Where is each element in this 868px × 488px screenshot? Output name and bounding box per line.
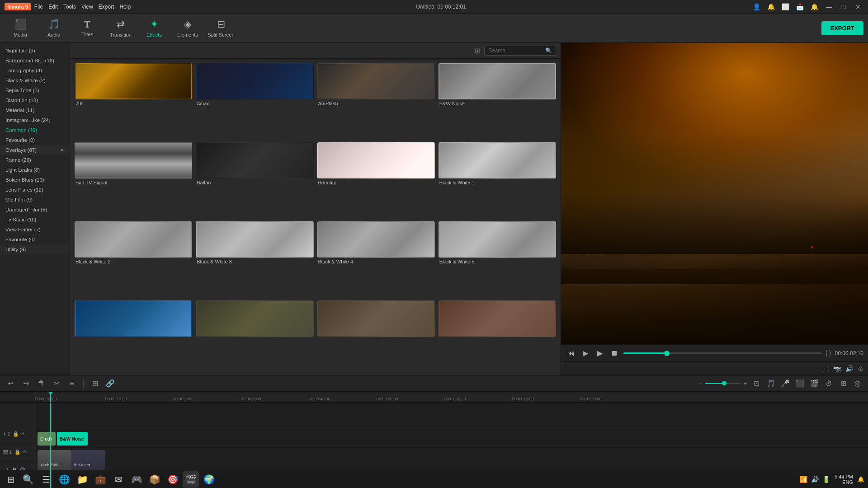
start-button[interactable]: ⊞ — [4, 472, 18, 487]
effect-bw4[interactable]: Black & White 4 — [317, 221, 435, 297]
track2-eye-icon[interactable]: 👁 — [20, 431, 25, 437]
effect-70s[interactable]: 70s — [75, 63, 192, 139]
timeline-ruler[interactable]: 00:00:00:00 00:00:10:00 00:00:20:00 00:0… — [35, 392, 868, 403]
taskbar-search[interactable]: 🔍 — [20, 471, 36, 488]
effect-bwnoise[interactable]: B&W Noise — [439, 63, 556, 139]
effect-row4b[interactable] — [196, 300, 313, 371]
effect-bw1[interactable]: Black & White 1 — [439, 142, 556, 218]
track1-lock-icon[interactable]: 🔒 — [14, 449, 21, 455]
sidebar-item-common[interactable]: Common (49) — [0, 125, 70, 135]
taskbar-app3[interactable]: 🎯 — [165, 471, 181, 488]
fullscreen-icon[interactable]: ⛶ — [822, 365, 829, 372]
sidebar-section-utility[interactable]: Utility (9) — [0, 244, 70, 254]
effect-aibao[interactable]: Aibao — [196, 63, 313, 139]
sidebar-item-tvstatic[interactable]: Tv Static (10) — [0, 215, 70, 225]
menu-edit[interactable]: Edit — [48, 4, 58, 10]
sidebar-item-lensflares[interactable]: Lens Flares (12) — [0, 185, 70, 195]
sidebar-item-frame[interactable]: Frame (26) — [0, 155, 70, 165]
tl-btn-1[interactable]: ⊡ — [750, 378, 762, 389]
snap-button[interactable]: ⊞ — [89, 378, 101, 389]
tl-btn-2[interactable]: 🎵 — [765, 378, 777, 389]
step-back-button[interactable]: ⏮ — [566, 348, 576, 359]
menu-help[interactable]: Help — [119, 4, 131, 10]
sidebar-item-oldfilm[interactable]: Old Film (9) — [0, 195, 70, 205]
taskbar-edge[interactable]: 🌐 — [56, 471, 72, 488]
effect-bw2[interactable]: Black & White 2 — [75, 221, 192, 297]
track1-eye-icon[interactable]: 👁 — [22, 449, 27, 455]
maximize-button[interactable]: □ — [838, 1, 849, 12]
toolbar-effects[interactable]: ✦ Effects — [138, 15, 170, 41]
sidebar-item-damagedfilm[interactable]: Damaged Film (5) — [0, 205, 70, 215]
track2-lock-icon[interactable]: 🔒 — [13, 431, 19, 437]
clip-bwnoise[interactable]: B&W Noise — [57, 432, 88, 446]
volume-icon[interactable]: 🔊 — [845, 365, 853, 372]
play-button[interactable]: ▶ — [580, 348, 591, 359]
cut-button[interactable]: ✂ — [51, 378, 62, 389]
zoom-handle[interactable] — [722, 381, 726, 385]
taskbar-app1[interactable]: 🎮 — [128, 471, 145, 488]
sidebar-section-overlays[interactable]: Overlays (87) ▼ — [0, 145, 70, 155]
toolbar-media[interactable]: ⬛ Media — [5, 15, 36, 41]
sidebar-item-distortion[interactable]: Distortion (18) — [0, 95, 70, 105]
export-button[interactable]: EXPORT — [821, 21, 863, 35]
toolbar-transition[interactable]: ⇄ Transition — [105, 15, 137, 41]
tl-btn-4[interactable]: ⬛ — [794, 378, 806, 389]
menu-file[interactable]: File — [34, 4, 43, 10]
sidebar-item-favourite-ov[interactable]: Favourite (0) — [0, 235, 70, 244]
effect-beautify[interactable]: Beautify — [317, 142, 435, 218]
ctrl-left-arrow[interactable]: ⟨ — [825, 349, 828, 357]
toolbar-titles[interactable]: T Titles — [71, 15, 103, 41]
zoom-in-icon[interactable]: + — [744, 380, 747, 387]
sidebar-item-background[interactable]: Background Bl... (16) — [0, 56, 70, 66]
undo-button[interactable]: ↩ — [5, 378, 16, 389]
stop-button[interactable]: ⏹ — [609, 348, 620, 359]
delete-button[interactable]: 🗑 — [35, 378, 47, 389]
taskbar-clock[interactable]: 5:44 PM ENG — [835, 474, 853, 485]
toolbar-elements[interactable]: ◈ Elements — [172, 15, 203, 41]
sidebar-item-lightleaks[interactable]: Light Leaks (8) — [0, 165, 70, 175]
sidebar-item-viewfinder[interactable]: View Finder (7) — [0, 225, 70, 235]
minimize-button[interactable]: — — [824, 1, 835, 12]
sidebar-item-favourite-fx[interactable]: Favourite (0) — [0, 135, 70, 145]
menu-export[interactable]: Export — [99, 4, 114, 10]
grid-view-icon[interactable]: ⊞ — [475, 47, 481, 55]
play-alt-button[interactable]: ▶ — [594, 348, 605, 359]
taskbar-task-view[interactable]: ☰ — [38, 471, 54, 488]
taskbar-app2[interactable]: 📦 — [146, 471, 163, 488]
search-input[interactable] — [488, 47, 542, 54]
toolbar-splitscreen[interactable]: ⊟ Split Screen — [205, 15, 237, 41]
taskbar-chrome[interactable]: 🌍 — [201, 471, 217, 488]
zoom-out-icon[interactable]: − — [699, 380, 702, 387]
effect-baltan[interactable]: Baltan — [196, 142, 313, 218]
effect-amplash[interactable]: AmPlash — [317, 63, 435, 139]
menu-tools[interactable]: Tools — [63, 4, 76, 10]
effect-bw3[interactable]: Black & White 3 — [196, 221, 313, 297]
close-button[interactable]: ✕ — [853, 1, 863, 12]
tl-btn-6[interactable]: ⏱ — [823, 378, 835, 389]
ctrl-right-arrow[interactable]: ⟩ — [829, 349, 831, 357]
taskbar-explorer[interactable]: 📁 — [74, 471, 90, 488]
taskbar-store[interactable]: 💼 — [92, 471, 108, 488]
menu-view[interactable]: View — [81, 4, 93, 10]
sidebar-item-instagram[interactable]: Instagram-Like (24) — [0, 115, 70, 125]
effect-badtv[interactable]: Bad TV Signal — [75, 142, 192, 218]
network-icon[interactable]: 📶 — [800, 476, 807, 483]
camera-icon[interactable]: 📷 — [833, 365, 841, 372]
sidebar-item-nightlife[interactable]: Night Life (3) — [0, 46, 70, 56]
tl-btn-7[interactable]: ⊞ — [837, 378, 849, 389]
adjust-button[interactable]: ≡ — [66, 378, 78, 389]
effect-row4c[interactable] — [317, 300, 435, 371]
progress-bar[interactable] — [623, 352, 821, 354]
notification-icon[interactable]: 🔔 — [858, 476, 864, 483]
link-button[interactable]: 🔗 — [104, 378, 116, 389]
effect-row4a[interactable] — [75, 300, 192, 371]
redo-button[interactable]: ↪ — [20, 378, 32, 389]
sidebar-item-bokehblurs[interactable]: Bokeh Blurs (10) — [0, 175, 70, 185]
taskbar-filmora[interactable]: 🎬 — [183, 471, 199, 488]
sound-icon[interactable]: 🔊 — [811, 476, 819, 483]
toolbar-audio[interactable]: 🎵 Audio — [38, 15, 70, 41]
tl-btn-8[interactable]: ◎ — [852, 378, 863, 389]
sidebar-item-material[interactable]: Material (11) — [0, 105, 70, 115]
effect-row4d[interactable] — [439, 300, 556, 371]
sidebar-item-blackwhite[interactable]: Black & White (2) — [0, 75, 70, 85]
